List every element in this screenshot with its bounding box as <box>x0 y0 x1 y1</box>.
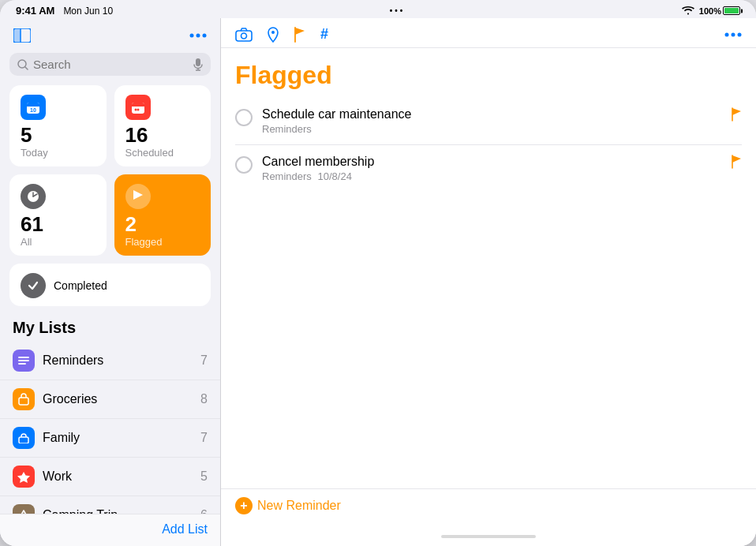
groceries-count: 8 <box>200 392 208 406</box>
svg-rect-33 <box>236 31 252 41</box>
completed-icon <box>21 273 46 298</box>
all-count: 61 <box>21 214 95 234</box>
svg-point-5 <box>203 34 207 38</box>
reminders-icon <box>13 350 35 372</box>
microphone-icon <box>193 58 203 71</box>
svg-marker-30 <box>17 472 30 483</box>
main-more-button[interactable] <box>724 32 742 37</box>
new-reminder-label: New Reminder <box>257 499 341 513</box>
reminder-checkbox-0[interactable] <box>235 109 253 126</box>
reminder-item-0[interactable]: Schedule car maintenance Reminders <box>235 98 742 145</box>
work-name: Work <box>43 469 200 484</box>
new-reminder-icon: + <box>235 497 253 514</box>
smart-cards-grid: 10 5 Today 16 Scheduled <box>0 82 220 264</box>
list-item-reminders[interactable]: Reminders 7 <box>0 342 220 380</box>
main-footer: + New Reminder <box>221 488 756 524</box>
battery-percent: 100% <box>699 6 721 16</box>
scheduled-count: 16 <box>125 125 200 145</box>
camera-icon[interactable] <box>235 28 253 42</box>
flag-toolbar-icon[interactable] <box>294 27 306 43</box>
reminder-text-1: Cancel membership Reminders 10/8/24 <box>262 155 724 182</box>
list-item-work[interactable]: Work 5 <box>0 458 220 496</box>
scheduled-label: Scheduled <box>125 147 200 159</box>
sidebar-toggle-button[interactable] <box>11 24 33 47</box>
flagged-label: Flagged <box>125 236 200 248</box>
svg-rect-29 <box>19 437 28 443</box>
svg-point-35 <box>271 31 275 34</box>
reminder-checkbox-1[interactable] <box>235 156 253 174</box>
camping-icon <box>13 504 35 514</box>
search-icon <box>17 59 28 70</box>
status-bar: 9:41 AM Mon Jun 10 ••• 100% <box>0 0 756 18</box>
list-item-family[interactable]: Family 7 <box>0 419 220 458</box>
home-indicator-bar <box>441 535 536 538</box>
svg-line-7 <box>25 67 28 69</box>
add-list-button[interactable]: Add List <box>13 522 208 537</box>
status-icons: 100% <box>682 6 740 16</box>
groceries-icon <box>13 388 35 410</box>
reminder-title-0: Schedule car maintenance <box>262 107 724 122</box>
main-panel: # Flagged Schedule car maintenance Remin… <box>221 18 756 546</box>
family-count: 7 <box>200 431 208 445</box>
scheduled-icon <box>125 95 151 120</box>
main-content: 10 5 Today 16 Scheduled <box>0 18 756 546</box>
camping-name: Camping Trip <box>43 508 200 514</box>
smart-card-all[interactable]: 61 All <box>9 174 107 256</box>
svg-text:10: 10 <box>30 107 36 113</box>
family-icon <box>13 427 35 449</box>
new-reminder-button[interactable]: + New Reminder <box>235 497 341 514</box>
search-input[interactable] <box>33 58 189 71</box>
smart-card-flagged[interactable]: 2 Flagged <box>114 174 211 256</box>
wifi-icon <box>682 6 694 16</box>
reminder-flag-1 <box>731 155 742 169</box>
reminder-title-1: Cancel membership <box>262 155 724 169</box>
reminder-text-0: Schedule car maintenance Reminders <box>262 107 724 135</box>
tag-icon[interactable]: # <box>320 26 328 43</box>
smart-card-scheduled[interactable]: 16 Scheduled <box>114 85 211 166</box>
smart-card-today[interactable]: 10 5 Today <box>9 85 107 166</box>
flagged-count: 2 <box>125 214 200 234</box>
reminders-name: Reminders <box>43 353 200 368</box>
today-icon: 10 <box>21 95 46 120</box>
reminders-count: 7 <box>200 353 208 368</box>
reminder-item-1[interactable]: Cancel membership Reminders 10/8/24 <box>235 145 742 192</box>
status-time: 9:41 AM <box>16 5 54 17</box>
svg-marker-24 <box>133 190 143 200</box>
svg-point-39 <box>738 32 742 36</box>
svg-point-18 <box>134 109 137 111</box>
battery-indicator: 100% <box>699 6 740 16</box>
list-item-groceries[interactable]: Groceries 8 <box>0 380 220 419</box>
sidebar-more-button[interactable] <box>187 24 209 47</box>
reminder-subtitle-0: Reminders <box>262 123 724 135</box>
status-dots: ••• <box>390 6 406 15</box>
toolbar-right-icons <box>724 32 742 37</box>
my-lists-header: My Lists <box>0 316 220 342</box>
reminder-subtitle-1: Reminders 10/8/24 <box>262 170 724 182</box>
svg-point-19 <box>137 109 139 111</box>
svg-point-4 <box>196 34 200 38</box>
svg-rect-17 <box>132 105 144 107</box>
groceries-name: Groceries <box>43 392 200 406</box>
work-icon <box>13 466 35 488</box>
main-toolbar: # <box>221 18 756 48</box>
list-item-camping[interactable]: Camping Trip 6 <box>0 496 220 514</box>
search-bar[interactable] <box>9 53 211 76</box>
sidebar: 10 5 Today 16 Scheduled <box>0 18 221 546</box>
svg-rect-13 <box>27 105 39 107</box>
svg-point-38 <box>732 32 735 36</box>
work-count: 5 <box>200 469 208 484</box>
svg-rect-0 <box>13 28 21 43</box>
svg-point-3 <box>190 34 194 38</box>
camping-count: 6 <box>200 508 208 514</box>
svg-rect-28 <box>19 398 28 405</box>
flagged-card-icon <box>125 184 151 209</box>
toolbar-left-icons: # <box>235 26 328 43</box>
sidebar-header <box>0 18 220 51</box>
sidebar-footer: Add List <box>0 514 220 546</box>
home-indicator <box>221 524 756 546</box>
page-title: Flagged <box>235 48 742 98</box>
today-label: Today <box>21 147 95 159</box>
svg-point-34 <box>241 33 247 39</box>
location-icon[interactable] <box>267 27 279 43</box>
completed-card[interactable]: Completed <box>9 264 211 306</box>
